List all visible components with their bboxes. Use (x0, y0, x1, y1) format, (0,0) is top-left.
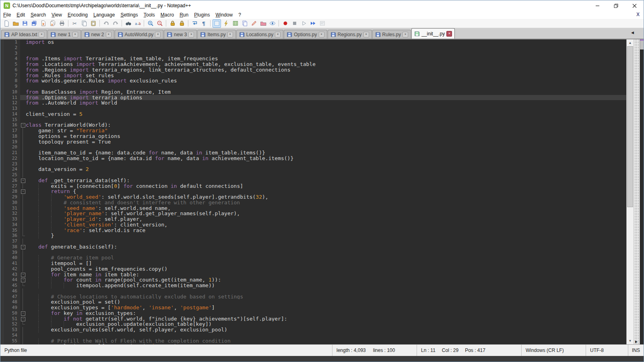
code-line-39[interactable]: 39 (0, 250, 626, 255)
indent-guide-icon[interactable] (213, 19, 221, 28)
restore-button[interactable] (607, 0, 625, 11)
code-line-2[interactable]: 2 (0, 45, 626, 51)
macro-edit-icon[interactable] (250, 19, 258, 28)
code-editor[interactable]: 1import os234from .Items import Terraria… (0, 39, 626, 344)
code-line-55[interactable]: 55# Prefill the Wall of Flesh with the c… (0, 338, 626, 344)
code-line-47[interactable]: 47# Choose locations to automatically ex… (0, 294, 626, 300)
bookmark-margin[interactable] (0, 84, 4, 89)
bookmark-margin[interactable] (0, 283, 4, 288)
close-document-icon[interactable]: X (635, 12, 641, 18)
fold-collapse-icon[interactable]: - (20, 272, 26, 278)
bookmark-margin[interactable] (0, 156, 4, 161)
view-eye-icon[interactable] (268, 19, 277, 28)
code-line-8[interactable]: 8from worlds.generic.Rules import exclus… (0, 78, 626, 84)
code-line-29[interactable]: 29'world_seed': self.world.slot_seeds[se… (0, 194, 626, 200)
code-line-53[interactable]: 53exclusion_rules(self.world, self.playe… (0, 327, 626, 333)
paste-icon[interactable] (89, 19, 97, 28)
menu-edit[interactable]: Edit (14, 11, 28, 19)
tab-items-py[interactable]: Items.py× (197, 30, 235, 39)
scroll-down-icon[interactable]: ▼ (627, 337, 634, 344)
bookmark-margin[interactable] (0, 216, 4, 222)
close-doc-icon[interactable]: x (39, 19, 47, 28)
tab-close-icon[interactable]: × (446, 31, 452, 37)
code-line-4[interactable]: 4from .Items import TerrariaItem, item_t… (0, 56, 626, 62)
tab-locations-py[interactable]: Locations.py× (236, 30, 283, 39)
code-line-15[interactable]: 15 (0, 117, 626, 123)
bookmark-margin[interactable] (0, 178, 4, 183)
bookmark-margin[interactable] (0, 134, 4, 139)
menu-search[interactable]: Search (28, 11, 49, 19)
code-line-25[interactable]: 25 (0, 172, 626, 178)
tab-close-icon[interactable]: × (319, 32, 324, 37)
tab-__init__-py[interactable]: __init__.py× (411, 28, 455, 39)
code-line-34[interactable]: 34'client_version': client_version, (0, 222, 626, 228)
bookmark-margin[interactable] (0, 183, 4, 189)
menu-macro[interactable]: Macro (158, 11, 177, 19)
code-line-5[interactable]: 5from .Locations import TerrariaAchievem… (0, 62, 626, 67)
status-eol-format[interactable]: Windows (CR LF) (522, 345, 586, 356)
menu-view[interactable]: View (49, 11, 65, 19)
scroll-up-icon[interactable]: ▲ (627, 39, 634, 46)
code-line-27[interactable]: 27exits = [connection[0] for connection … (0, 183, 626, 189)
bookmark-margin[interactable] (0, 62, 4, 67)
code-line-23[interactable]: 23 (0, 161, 626, 167)
tab-close-icon[interactable]: × (39, 32, 44, 37)
pane-splitter[interactable]: ▶ (634, 39, 640, 344)
code-line-32[interactable]: 32'player_name': self.world.get_player_n… (0, 211, 626, 216)
code-line-46[interactable]: 46 (0, 288, 626, 294)
code-line-14[interactable]: 14client_version = 5 (0, 111, 626, 117)
tab-close-icon[interactable]: × (106, 32, 111, 37)
code-line-17[interactable]: 17game: str = "Terraria" (0, 128, 626, 134)
bookmark-margin[interactable] (0, 189, 4, 194)
code-line-41[interactable]: 41itempool = [] (0, 261, 626, 266)
menu-language[interactable]: Language (91, 11, 118, 19)
status-encoding[interactable]: UTF-8 (586, 345, 628, 356)
bookmark-margin[interactable] (0, 200, 4, 206)
zoom-in-icon[interactable] (146, 19, 155, 28)
code-line-18[interactable]: 18options = terraria_options (0, 134, 626, 139)
scrollbar-thumb[interactable] (627, 46, 633, 207)
bookmark-margin[interactable] (0, 150, 4, 156)
bookmark-margin[interactable] (0, 56, 4, 62)
fold-collapse-icon[interactable]: - (20, 277, 26, 283)
macro-stop-icon[interactable] (290, 19, 299, 28)
code-line-30[interactable]: 30# consistent and doesn't interfere wit… (0, 200, 626, 206)
sync-horizontal-icon[interactable] (178, 19, 186, 28)
bookmark-margin[interactable] (0, 73, 4, 78)
fold-collapse-icon[interactable]: - (20, 316, 26, 322)
tab-close-icon[interactable]: × (402, 32, 408, 37)
menu-plugins[interactable]: Plugins (191, 11, 213, 19)
bookmark-margin[interactable] (0, 294, 4, 300)
tab-ap-ideas-txt[interactable]: AP Ideas.txt× (1, 30, 47, 39)
redo-icon[interactable] (111, 19, 120, 28)
code-line-22[interactable]: 22location_name_to_id = {name: data.id f… (0, 156, 626, 161)
bookmark-margin[interactable] (0, 89, 4, 95)
code-line-12[interactable]: 12from ..AutoWorld import World (0, 100, 626, 106)
bookmark-margin[interactable] (0, 261, 4, 266)
bookmark-margin[interactable] (0, 106, 4, 111)
code-line-7[interactable]: 7from .Rules import set_rules (0, 73, 626, 78)
code-line-35[interactable]: 35'race': self.world.is_race (0, 228, 626, 233)
code-line-21[interactable]: 21item_name_to_id = {name: data.code for… (0, 150, 626, 156)
code-line-54[interactable]: 54 (0, 333, 626, 338)
save-all-icon[interactable] (30, 19, 38, 28)
code-line-49[interactable]: 49exclusion_types = ['hardmode', 'insane… (0, 305, 626, 311)
bookmark-margin[interactable] (0, 161, 4, 167)
function-list-icon[interactable] (222, 19, 230, 28)
show-symbols-icon[interactable]: ¶ (200, 19, 208, 28)
bookmark-margin[interactable] (0, 277, 4, 283)
tab-close-icon[interactable]: × (72, 32, 78, 37)
bookmark-margin[interactable] (0, 39, 4, 45)
bookmark-margin[interactable] (0, 255, 4, 261)
bookmark-margin[interactable] (0, 244, 4, 250)
bookmark-margin[interactable] (0, 299, 4, 305)
fold-collapse-icon[interactable]: - (20, 189, 26, 194)
tab-close-icon[interactable]: × (227, 32, 233, 37)
open-file-icon[interactable] (11, 19, 20, 28)
bookmark-margin[interactable] (0, 206, 4, 211)
undo-icon[interactable] (102, 19, 110, 28)
tab-autoworld-py[interactable]: AutoWorld.py× (115, 30, 164, 39)
bookmark-margin[interactable] (0, 333, 4, 338)
fold-collapse-icon[interactable]: - (20, 244, 26, 250)
bookmark-margin[interactable] (0, 117, 4, 123)
